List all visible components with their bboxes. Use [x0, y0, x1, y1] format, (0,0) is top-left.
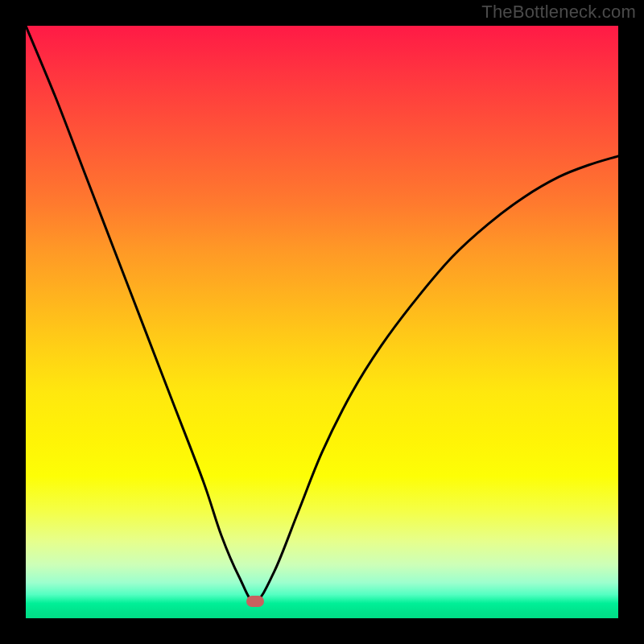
optimum-marker — [246, 596, 264, 607]
bottleneck-curve — [26, 26, 618, 618]
bottleneck-curve-path — [26, 26, 618, 601]
plot-area — [26, 26, 618, 618]
chart-frame: TheBottleneck.com — [0, 0, 644, 644]
watermark-text: TheBottleneck.com — [481, 2, 636, 23]
